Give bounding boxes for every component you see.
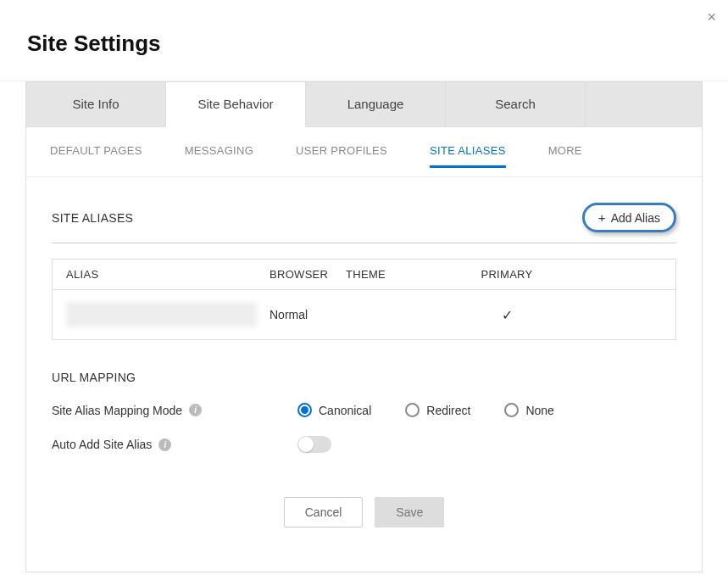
tab-language[interactable]: Language (306, 82, 446, 126)
auto-add-toggle[interactable] (297, 436, 331, 453)
add-alias-button[interactable]: + Add Alias (582, 203, 676, 232)
mapping-mode-label: Site Alias Mapping Mode (52, 404, 182, 417)
site-aliases-section: SITE ALIASES + Add Alias ALIAS BROWSER T… (26, 177, 702, 572)
cell-alias (66, 302, 270, 327)
auto-add-label: Auto Add Site Alias (52, 438, 152, 451)
info-icon[interactable]: i (189, 404, 202, 416)
col-browser-header: BROWSER (270, 268, 346, 281)
radio-canonical-label: Canonical (319, 404, 371, 417)
url-mapping-title: URL MAPPING (52, 340, 676, 403)
radio-redirect[interactable]: Redirect (405, 403, 470, 417)
subtab-more[interactable]: MORE (548, 144, 582, 168)
sub-tabs: DEFAULT PAGES MESSAGING USER PROFILES SI… (26, 127, 702, 177)
mapping-mode-row: Site Alias Mapping Mode i Canonical Redi… (52, 403, 676, 417)
add-alias-label: Add Alias (611, 211, 660, 225)
footer-buttons: Cancel Save (52, 472, 676, 563)
tab-search[interactable]: Search (446, 82, 586, 126)
plus-icon: + (598, 210, 606, 225)
radio-canonical[interactable]: Canonical (297, 403, 371, 417)
close-icon[interactable]: × (707, 8, 716, 26)
aliases-table: ALIAS BROWSER THEME PRIMARY Normal ✓ (52, 259, 676, 340)
subtab-site-aliases[interactable]: SITE ALIASES (430, 144, 506, 168)
redacted-alias (66, 302, 257, 327)
tab-site-info[interactable]: Site Info (26, 82, 166, 126)
toggle-knob (298, 437, 314, 452)
auto-add-row: Auto Add Site Alias i (52, 436, 676, 453)
subtab-default-pages[interactable]: DEFAULT PAGES (50, 144, 142, 168)
page-title: Site Settings (0, 0, 728, 81)
site-aliases-title: SITE ALIASES (52, 211, 133, 225)
main-tabs: Site Info Site Behavior Language Search (26, 82, 702, 127)
table-header: ALIAS BROWSER THEME PRIMARY (53, 260, 675, 290)
info-icon[interactable]: i (158, 438, 171, 451)
subtab-messaging[interactable]: MESSAGING (185, 144, 253, 168)
cancel-button[interactable]: Cancel (284, 497, 364, 528)
check-icon: ✓ (502, 307, 513, 323)
radio-redirect-label: Redirect (426, 404, 470, 417)
col-theme-header: THEME (346, 268, 473, 281)
subtab-user-profiles[interactable]: USER PROFILES (296, 144, 387, 168)
radio-none[interactable]: None (504, 403, 553, 417)
cell-primary: ✓ (473, 307, 541, 323)
col-primary-header: PRIMARY (473, 268, 541, 281)
cell-browser: Normal (270, 308, 346, 321)
radio-none-label: None (525, 404, 553, 417)
table-row[interactable]: Normal ✓ (53, 290, 675, 339)
settings-card: Site Info Site Behavior Language Search … (25, 81, 703, 572)
save-button[interactable]: Save (375, 497, 444, 528)
tab-site-behavior[interactable]: Site Behavior (166, 82, 306, 127)
col-alias-header: ALIAS (66, 268, 270, 281)
mapping-mode-radios: Canonical Redirect None (297, 403, 554, 417)
